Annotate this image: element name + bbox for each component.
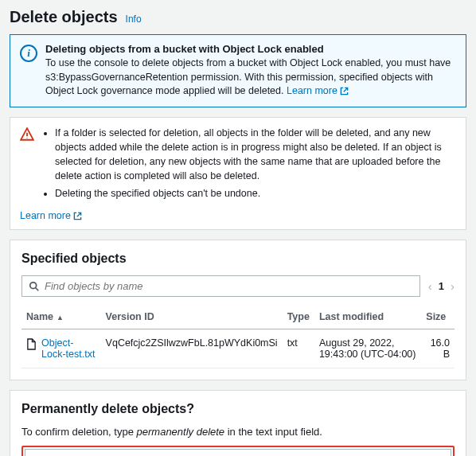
search-input-wrap[interactable] [21, 275, 420, 297]
cell-size: 16.0 B [421, 329, 455, 368]
learn-more-link[interactable]: Learn more [20, 210, 82, 221]
sort-asc-icon: ▲ [57, 314, 64, 322]
search-input[interactable] [45, 280, 413, 292]
info-alert-title: Deleting objects from a bucket with Obje… [45, 43, 456, 55]
pager-current: 1 [439, 280, 444, 292]
confirm-panel: Permanently delete objects? To confirm d… [10, 390, 466, 456]
confirm-title: Permanently delete objects? [21, 402, 455, 416]
objects-table: Name▲ Version ID Type Last modified Size… [21, 305, 455, 368]
pager-prev[interactable]: ‹ [428, 279, 432, 293]
file-icon [26, 338, 37, 350]
info-link[interactable]: Info [126, 14, 142, 25]
pager-next[interactable]: › [451, 279, 455, 293]
warning-item: If a folder is selected for deletion, al… [55, 126, 456, 184]
warning-item: Deleting the specified objects can't be … [55, 186, 456, 201]
search-icon [29, 281, 40, 292]
confirm-prompt: To confirm deletion, type permanently de… [21, 426, 455, 438]
warning-alert: If a folder is selected for deletion, al… [10, 117, 466, 231]
external-link-icon [340, 87, 349, 95]
page-title: Delete objects [10, 8, 118, 26]
col-modified[interactable]: Last modified [314, 305, 421, 329]
external-link-icon [73, 212, 82, 220]
table-row: Object-Lock-test.txt VqCefcjc2ZSIlwzwFbL… [21, 329, 455, 368]
col-name[interactable]: Name▲ [21, 305, 101, 329]
col-version[interactable]: Version ID [101, 305, 283, 329]
info-alert-body: To use the console to delete objects fro… [45, 57, 456, 99]
cell-modified: August 29, 2022, 19:43:00 (UTC-04:00) [314, 329, 421, 368]
cell-type: txt [283, 329, 314, 368]
cell-version: VqCefcjc2ZSIlwzwFbL.81pWYdKi0mSi [101, 329, 283, 368]
info-alert: i Deleting objects from a bucket with Ob… [10, 34, 466, 107]
info-icon: i [20, 45, 37, 62]
col-size[interactable]: Size [421, 305, 455, 329]
svg-point-0 [30, 282, 37, 288]
warning-icon [20, 127, 34, 142]
confirm-input-highlight [21, 446, 455, 456]
specified-objects-title: Specified objects [21, 251, 455, 266]
pager: ‹ 1 › [428, 279, 455, 293]
learn-more-link[interactable]: Learn more [287, 84, 349, 99]
specified-objects-panel: Specified objects ‹ 1 › Name▲ Version ID… [10, 240, 466, 380]
object-link[interactable]: Object-Lock-test.txt [26, 337, 96, 360]
confirm-input[interactable] [25, 449, 451, 456]
col-type[interactable]: Type [283, 305, 314, 329]
